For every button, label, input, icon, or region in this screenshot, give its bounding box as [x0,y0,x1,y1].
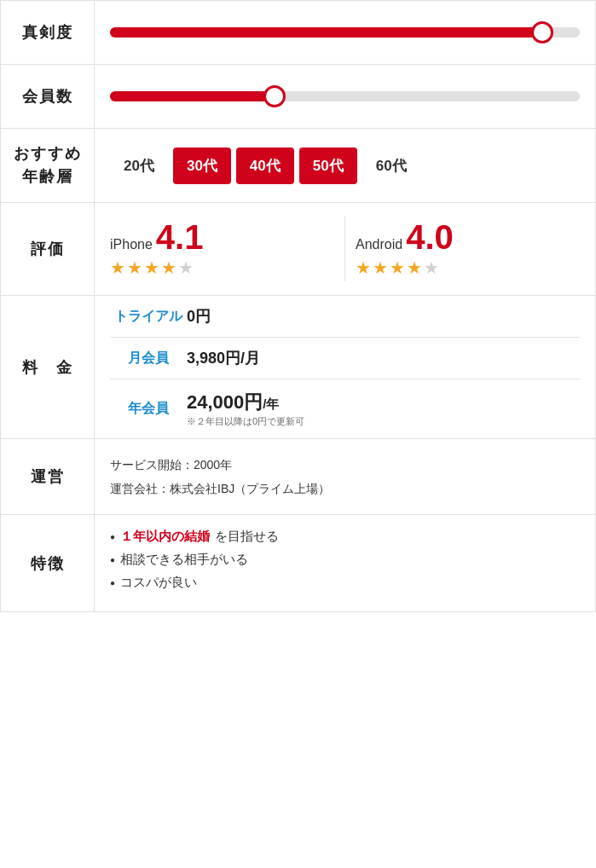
operations-content: サービス開始：2000年 運営会社：株式会社IBJ（プライム上場） [95,439,596,515]
feature-1-highlight: １年以内の結婚 [120,529,210,545]
iphone-platform: iPhone 4.1 [110,220,203,254]
age-content: 20代 30代 40代 50代 60代 [95,129,596,203]
fee-content: トライアル 0円 月会員 3,980円/月 年会員 24,000円/年 ※２年目… [95,296,596,439]
iphone-star-5: ★ [178,258,194,278]
iphone-stars: ★ ★ ★ ★ ★ [110,258,194,278]
features-content: １年以内の結婚を目指せる 相談できる相手がいる コスパが良い [95,515,596,612]
iphone-score: 4.1 [156,220,204,254]
operations-row: 運営 サービス開始：2000年 運営会社：株式会社IBJ（プライム上場） [1,439,596,515]
age-40: 40代 [236,148,294,184]
members-label: 会員数 [1,65,95,129]
fee-monthly-label: 月会員 [110,350,187,367]
age-row: おすすめ年齢層 20代 30代 40代 50代 60代 [1,129,596,203]
fee-trial-label: トライアル [110,308,187,326]
seriousness-slider [95,1,596,65]
track-fill [110,27,542,38]
features-label: 特徴 [1,515,95,612]
fee-row: 料 金 トライアル 0円 月会員 3,980円/月 年会員 24,000円/年 … [1,296,596,439]
age-groups: 20代 30代 40代 50代 60代 [110,148,580,184]
iphone-star-4: ★ [161,258,176,278]
members-slider [95,65,596,129]
fee-annual-value: 24,000円/年 ※２年目以降は0円で更新可 [187,390,580,428]
iphone-label: iPhone [110,237,153,252]
fee-annual-price: 24,000円 [187,391,263,413]
android-label: Android [356,237,402,252]
iphone-rating: iPhone 4.1 ★ ★ ★ ★ ★ [110,217,334,281]
android-star-3: ★ [390,258,405,278]
android-star-5: ★ [424,258,439,278]
info-table: 真剣度 会員数 おすすめ年齢層 20代 30代 [0,0,596,612]
age-20: 20代 [110,148,168,184]
ops-line1: サービス開始：2000年 [110,453,580,477]
seriousness-row: 真剣度 [1,1,596,65]
fee-annual-note: ※２年目以降は0円で更新可 [187,415,580,428]
track-fill [110,91,275,101]
fee-monthly-value: 3,980円/月 [187,348,580,368]
iphone-star-3: ★ [144,258,159,278]
age-50: 50代 [299,148,357,184]
android-star-1: ★ [356,258,371,278]
android-star-2: ★ [373,258,388,278]
android-rating: Android 4.0 ★ ★ ★ ★ ★ [356,217,580,281]
iphone-star-1: ★ [110,258,125,278]
age-label: おすすめ年齢層 [1,129,95,203]
seriousness-label: 真剣度 [1,1,95,65]
fee-annual-row: 年会員 24,000円/年 ※２年目以降は0円で更新可 [110,379,580,438]
rating-divider [344,217,345,281]
rating-label: 評価 [1,203,95,296]
operations-label: 運営 [1,439,95,515]
ops-line2: 運営会社：株式会社IBJ（プライム上場） [110,477,580,501]
rating-content: iPhone 4.1 ★ ★ ★ ★ ★ Androi [95,203,596,296]
age-60: 60代 [362,148,420,184]
features-list: １年以内の結婚を目指せる 相談できる相手がいる コスパが良い [110,529,580,591]
track-thumb[interactable] [531,21,553,43]
fee-trial-row: トライアル 0円 [110,296,580,338]
rating-container: iPhone 4.1 ★ ★ ★ ★ ★ Androi [110,217,580,281]
android-score: 4.0 [406,220,454,254]
iphone-star-2: ★ [127,258,142,278]
fee-trial-value: 0円 [187,306,580,327]
age-30: 30代 [173,148,231,184]
fee-monthly-row: 月会員 3,980円/月 [110,338,580,379]
members-row: 会員数 [1,65,596,129]
fee-label: 料 金 [1,296,95,439]
ops-text: サービス開始：2000年 運営会社：株式会社IBJ（プライム上場） [110,453,580,501]
android-platform: Android 4.0 [356,220,454,254]
rating-row: 評価 iPhone 4.1 ★ ★ ★ ★ ★ [1,203,596,296]
feature-1: １年以内の結婚を目指せる [110,529,580,545]
features-row: 特徴 １年以内の結婚を目指せる 相談できる相手がいる コスパが良い [1,515,596,612]
android-star-4: ★ [407,258,422,278]
android-stars: ★ ★ ★ ★ ★ [356,258,439,278]
fee-annual-label: 年会員 [110,400,187,418]
track-thumb[interactable] [263,85,286,107]
feature-2: 相談できる相手がいる [110,552,580,568]
feature-3: コスパが良い [110,575,580,591]
